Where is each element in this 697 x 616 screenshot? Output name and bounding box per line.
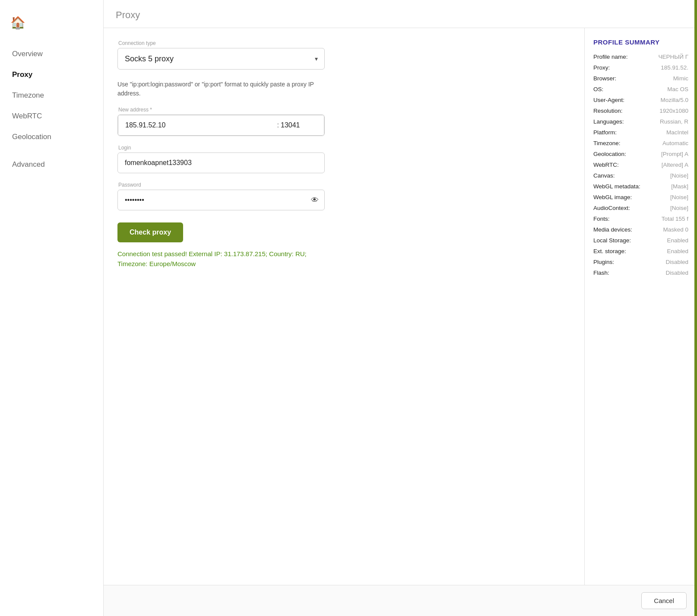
eye-icon[interactable]: 👁 [311,196,319,205]
profile-value: 185.91.52. [661,64,688,71]
profile-key: Canvas: [593,172,637,179]
profile-key: Languages: [593,118,637,125]
profile-row: Media devices:Masked 0 [593,226,688,233]
profile-value: Disabled [665,259,688,265]
profile-row: Plugins:Disabled [593,259,688,265]
profile-key: AudioContext: [593,205,637,211]
profile-value: MacIntel [666,129,688,136]
profile-rows: Profile name:ЧЕРНЫЙ ГProxy:185.91.52.Bro… [593,54,688,276]
profile-key: Platform: [593,129,637,136]
password-wrapper: 👁 [117,190,325,210]
success-message: Connection test passed! External IP: 31.… [117,249,325,269]
profile-value: [Prompt] A [661,151,688,157]
profile-key: WebRTC: [593,162,637,168]
profile-key: Proxy: [593,64,637,71]
port-separator: : [276,121,281,129]
profile-row: WebGL metadata:[Mask] [593,183,688,190]
address-port-input[interactable] [281,115,324,135]
profile-value: Mac OS [667,86,688,92]
profile-row: AudioContext:[Noise] [593,205,688,211]
home-button[interactable]: 🏠 [0,9,103,40]
profile-key: Local Storage: [593,237,637,244]
profile-value: Masked 0 [663,226,688,233]
profile-key: Timezone: [593,140,637,146]
accent-bar [694,0,697,616]
login-input[interactable] [117,152,325,173]
profile-value: ЧЕРНЫЙ Г [659,54,688,60]
profile-row: Resolution:1920x1080 [593,108,688,114]
profile-value: Enabled [667,237,688,244]
profile-value: [Noise] [670,172,688,179]
profile-value: [Altered] A [662,162,688,168]
profile-row: WebGL image:[Noise] [593,194,688,200]
profile-key: Media devices: [593,226,637,233]
profile-key: Browser: [593,75,637,82]
connection-type-group: Connection type Socks 5 proxy HTTP proxy… [117,40,325,70]
profile-row: Fonts:Total 155 f [593,216,688,222]
address-ip-input[interactable] [118,115,276,135]
login-field-group: Login [117,145,325,173]
profile-row: Platform:MacIntel [593,129,688,136]
password-input[interactable] [117,190,325,210]
login-label: Login [117,145,325,151]
profile-key: Plugins: [593,259,637,265]
sidebar-item-proxy[interactable]: Proxy [0,64,103,85]
profile-row: Local Storage:Enabled [593,237,688,244]
profile-row: WebRTC:[Altered] A [593,162,688,168]
profile-row: Proxy:185.91.52. [593,64,688,71]
page-header: Proxy [104,0,697,28]
connection-type-label: Connection type [117,40,325,46]
profile-value: [Noise] [670,205,688,211]
profile-row: Profile name:ЧЕРНЫЙ Г [593,54,688,60]
profile-key: Ext. storage: [593,248,637,254]
profile-value: [Mask] [671,183,688,190]
profile-row: OS:Mac OS [593,86,688,92]
profile-key: WebGL metadata: [593,183,640,190]
profile-value: Enabled [667,248,688,254]
sidebar-item-webrtc[interactable]: WebRTC [0,106,103,127]
main-area: Proxy Connection type Socks 5 proxy HTTP… [104,0,697,616]
profile-row: Canvas:[Noise] [593,172,688,179]
profile-key: OS: [593,86,637,92]
profile-key: Flash: [593,270,637,276]
content-area: Connection type Socks 5 proxy HTTP proxy… [104,28,697,585]
profile-key: Resolution: [593,108,637,114]
profile-summary-panel: PROFILE SUMMARY Profile name:ЧЕРНЫЙ ГPro… [585,28,697,585]
profile-summary-title: PROFILE SUMMARY [593,38,688,46]
address-label: New address * [117,107,325,113]
cancel-button[interactable]: Cancel [641,592,687,609]
sidebar-item-geolocation[interactable]: Geolocation [0,127,103,147]
profile-key: WebGL image: [593,194,637,200]
connection-type-select-wrapper: Socks 5 proxy HTTP proxy No proxy ▾ [117,48,325,70]
profile-value: 1920x1080 [659,108,688,114]
profile-value: Mimic [673,75,688,82]
address-field-group: New address * : [117,107,325,136]
password-label: Password [117,182,325,188]
profile-row: Flash:Disabled [593,270,688,276]
profile-key: Geolocation: [593,151,637,157]
profile-value: [Noise] [670,194,688,200]
profile-key: User-Agent: [593,97,637,103]
profile-row: Geolocation:[Prompt] A [593,151,688,157]
address-row: : [118,115,324,136]
profile-value: Total 155 f [662,216,688,222]
profile-value: Automatic [662,140,688,146]
profile-row: Timezone:Automatic [593,140,688,146]
sidebar-item-timezone[interactable]: Timezone [0,85,103,106]
password-field-group: Password 👁 [117,182,325,210]
profile-row: Languages:Russian, R [593,118,688,125]
sidebar-item-advanced[interactable]: Advanced [0,154,103,175]
connection-type-select[interactable]: Socks 5 proxy HTTP proxy No proxy [117,48,325,70]
check-proxy-button[interactable]: Check proxy [117,222,183,242]
profile-key: Profile name: [593,54,637,60]
form-panel: Connection type Socks 5 proxy HTTP proxy… [104,28,585,585]
page-title: Proxy [116,10,685,21]
profile-row: User-Agent:Mozilla/5.0 [593,97,688,103]
profile-key: Fonts: [593,216,637,222]
sidebar-nav: Overview Proxy Timezone WebRTC Geolocati… [0,40,103,178]
bottom-bar: Cancel [104,585,697,616]
profile-value: Mozilla/5.0 [660,97,688,103]
address-input-wrapper: : [117,114,325,136]
sidebar-item-overview[interactable]: Overview [0,44,103,64]
hint-text: Use "ip:port:login:password" or "ip:port… [117,80,325,98]
